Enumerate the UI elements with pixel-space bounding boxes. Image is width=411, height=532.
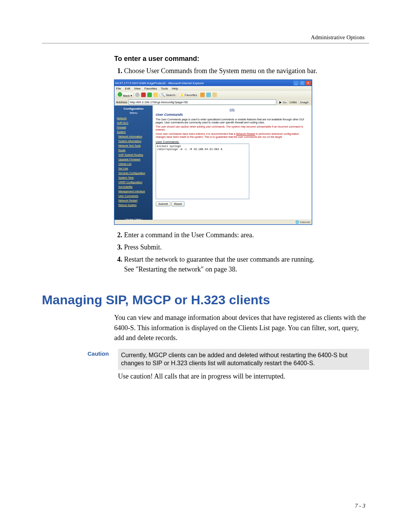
caution-boxed-text: Currently, MGCP clients can be added and… [118,349,369,370]
ie-title-text: 64.57.177.5 NGT-EMN EdgeProtect3 - Micro… [115,81,204,85]
forward-icon[interactable] [135,93,140,97]
links-label: Links [290,101,297,104]
step-1: Choose User Commands from the System men… [124,66,369,76]
sidebar-sub-clients[interactable]: Clients List [116,162,151,166]
menu-help[interactable]: Help [172,87,178,90]
sidebar-sub-upgrade[interactable]: Upgrade Firmware [116,157,151,162]
sidebar-sub-setlink[interactable]: Set Link [116,166,151,171]
menu-file[interactable]: File [116,87,121,90]
sidebar-item-firewall[interactable]: Firewall [116,125,151,130]
sidebar-footer[interactable]: | Home | Help | [116,218,151,221]
address-label: Address [116,101,127,104]
body-column: To enter a user command: Choose User Com… [114,55,369,387]
ie-window: 64.57.177.5 NGT-EMN EdgeProtect3 - Micro… [114,80,312,225]
panel-warn-1: The user should use caution when adding … [156,125,309,132]
sidebar-sub-network-info[interactable]: Network Information [116,134,151,139]
page-number: 7 - 3 [355,503,366,509]
network-restart-link[interactable]: Network Restart [236,133,255,135]
step-4: Restart the network to guarantee that th… [124,254,369,274]
step-3-text: Press Submit. [124,243,162,251]
sidebar-item-system[interactable]: System [116,130,151,134]
window-close-button[interactable]: ✕ [306,81,311,85]
menu-tools[interactable]: Tools [161,87,168,90]
reset-button[interactable]: Reset [171,201,185,206]
sidebar-sub-services[interactable]: Services Configuration [116,171,151,176]
window-maximize-button[interactable]: ▢ [299,81,305,85]
mail-icon[interactable] [206,93,211,97]
info-link[interactable]: Info [156,108,309,111]
address-input[interactable] [129,99,276,105]
embedded-screenshot: 64.57.177.5 NGT-EMN EdgeProtect3 - Micro… [114,80,312,225]
sidebar-sub-netrestart[interactable]: Network Restart [116,198,151,203]
step-2-text: Enter a command in the User Commands: ar… [124,231,254,239]
submit-button[interactable]: Submit [156,201,170,206]
step-4-text-a: Restart the network to guarantee that th… [124,256,314,263]
config-sidebar: Configuration Menu Network VoIP ALG Fire… [115,105,153,220]
caution-block: Caution Currently, MGCP clients can be a… [114,349,369,387]
sidebar-sub-nettest[interactable]: Network Test Tools [116,144,151,148]
back-button[interactable]: Back ▾ [116,92,134,98]
menu-edit[interactable]: Edit [125,87,130,90]
search-button[interactable]: 🔍 Search [159,93,177,97]
go-button[interactable]: ▶ Go [278,100,288,104]
user-commands-label: User Commands: [156,140,309,144]
sidebar-sub-vrrp[interactable]: VRRP Configuration [116,180,151,185]
sidebar-sub-voip-subnet[interactable]: VoIP Subnet Routing [116,153,151,157]
running-header: Administrative Options [42,34,365,41]
step-4-text-b: See "Restarting the network" on page 38. [124,265,237,273]
sidebar-sub-survive[interactable]: Survivability [116,185,151,189]
section-heading: Managing SIP, MGCP or H.323 clients [42,292,369,307]
sidebar-sub-systime[interactable]: System Time [116,176,151,180]
ie-toolbar: Back ▾ 🔍 Search ⭐ Favorites [115,91,312,99]
procedure-heading: To enter a user command: [114,55,369,63]
caution-label: Caution [88,349,118,357]
sidebar-item-network[interactable]: Network [116,116,151,121]
sidebar-sub-route[interactable]: Route [116,148,151,153]
print-icon[interactable] [212,93,217,97]
sidebar-sub-reboot[interactable]: Reboot System [116,203,151,208]
main-panel: Info User Commands The User Commands pag… [153,105,312,220]
intro-paragraph: You can view and manage information abou… [114,313,369,342]
ie-titlebar: 64.57.177.5 NGT-EMN EdgeProtect3 - Micro… [115,80,312,86]
caution-followup: Use caution! All calls that are in progr… [118,371,369,381]
step-2: Enter a command in the User Commands: ar… [124,230,369,240]
header-divider [42,43,369,43]
steps-list-1: Choose User Commands from the System men… [114,66,369,76]
sidebar-sub-usercmd[interactable]: User Commands [116,194,151,198]
history-icon[interactable] [200,93,205,97]
menu-favorites[interactable]: Favorites [145,87,157,90]
step-3: Press Submit. [124,242,369,252]
status-right: 🌐 Internet [295,220,310,224]
refresh-icon[interactable] [147,93,152,97]
sidebar-sub-mgmt[interactable]: Management Interface [116,189,151,194]
panel-warn-2: Once user commands have been entered, it… [156,133,309,139]
panel-title: User Commands [156,113,309,117]
ie-address-bar: Address ▶ Go Links SnagIt [115,99,312,105]
user-commands-textarea[interactable] [156,144,249,199]
window-minimize-button[interactable]: _ [293,81,299,85]
step-1-text: Choose User Commands from the System men… [124,67,317,75]
favorites-button[interactable]: ⭐ Favorites [178,93,199,97]
sidebar-title: Configuration [116,107,151,110]
document-page: Administrative Options To enter a user c… [0,0,411,532]
ie-menu-bar: File Edit View Favorites Tools Help [115,86,312,91]
home-icon[interactable] [153,93,158,97]
steps-list-2: Enter a command in the User Commands: ar… [114,230,369,274]
sidebar-item-voip-alg[interactable]: VoIP ALG [116,121,151,125]
panel-desc: The User Commands page is used to enter … [156,118,309,125]
sidebar-sub-system-info[interactable]: System Information [116,139,151,144]
ie-viewport: Configuration Menu Network VoIP ALG Fire… [115,105,312,220]
stop-icon[interactable] [141,93,146,97]
menu-view[interactable]: View [134,87,140,90]
snagit-button[interactable]: SnagIt [298,100,310,104]
sidebar-subtitle: Menu [116,111,151,115]
caution-body: Currently, MGCP clients can be added and… [118,349,369,387]
